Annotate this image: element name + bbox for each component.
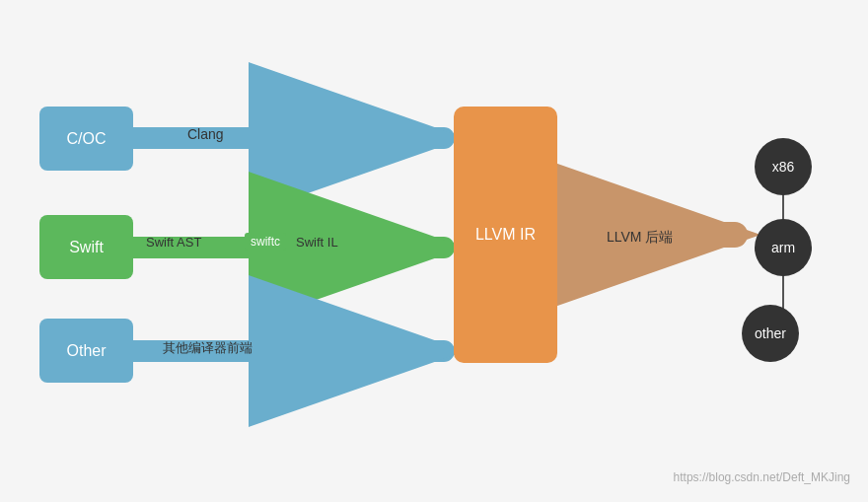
source-box-swift: Swift bbox=[39, 215, 133, 279]
target-circle-other: other bbox=[742, 305, 799, 362]
llvm-backend-label: LLVM 后端 bbox=[607, 229, 673, 247]
other-label: Other bbox=[66, 342, 106, 360]
coc-label: C/OC bbox=[67, 130, 107, 148]
llvmir-label: LLVM IR bbox=[475, 226, 536, 244]
source-box-other: Other bbox=[39, 319, 133, 383]
swift-label: Swift bbox=[69, 239, 104, 256]
swift-ast-label: Swift AST bbox=[146, 235, 201, 250]
source-box-coc: C/OC bbox=[39, 107, 133, 171]
llvmir-box: LLVM IR bbox=[454, 107, 557, 363]
target-circle-x86: x86 bbox=[755, 138, 812, 195]
x86-label: x86 bbox=[772, 159, 795, 175]
target-circle-arm: arm bbox=[755, 219, 812, 276]
watermark: https://blog.csdn.net/Deft_MKJing bbox=[674, 470, 850, 484]
arm-label: arm bbox=[771, 240, 795, 255]
other-frontend-label: 其他编译器前端 bbox=[163, 339, 253, 357]
clang-label: Clang bbox=[187, 126, 224, 142]
swift-il-label: Swift IL bbox=[296, 235, 338, 250]
other-circle-label: other bbox=[755, 325, 786, 341]
swiftc-badge: swiftc bbox=[245, 233, 286, 251]
diagram-container: C/OC Swift Other LLVM IR Clang Swift AST… bbox=[0, 0, 868, 502]
